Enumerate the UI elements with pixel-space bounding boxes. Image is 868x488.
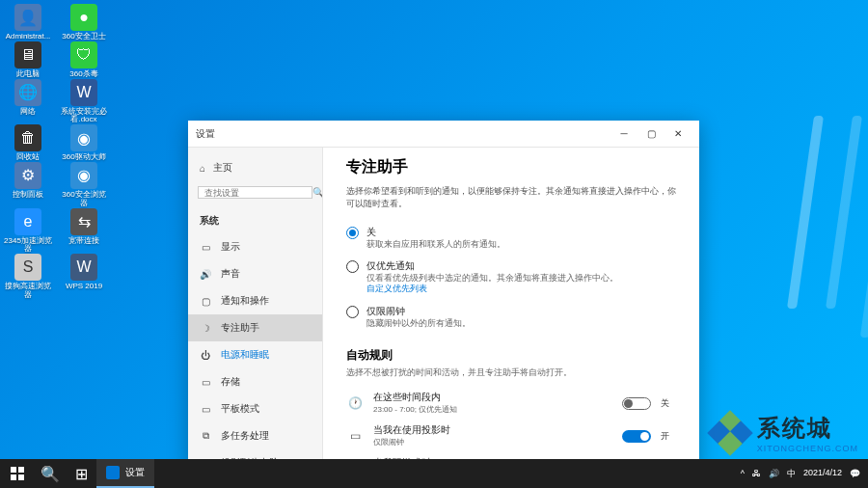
nav-label: 存储 (221, 375, 240, 389)
app-icon: W (70, 254, 97, 281)
rules-desc: 选择不想被打扰的时间和活动，并且专注助手将自动打开。 (346, 367, 676, 379)
app-icon: 🌐 (14, 79, 41, 106)
rule-toggle[interactable] (622, 397, 651, 410)
app-icon: 🗑 (14, 124, 41, 151)
tray-chevron-up-icon[interactable]: ^ (741, 469, 745, 478)
desktop-icon[interactable]: ⚙控制面板 (4, 162, 52, 208)
icon-label: 此电脑 (16, 70, 40, 79)
rules-heading: 自动规则 (346, 347, 676, 364)
search-icon: 🔍 (312, 187, 323, 198)
start-button[interactable] (0, 459, 35, 488)
titlebar: 设置 ─ ▢ ✕ (188, 121, 699, 148)
nav-icon: ▭ (200, 377, 211, 388)
priority-list-link[interactable]: 自定义优先列表 (366, 284, 618, 295)
desktop-icon[interactable]: e2345加速浏览器 (4, 208, 52, 255)
icon-label: 网络 (20, 108, 36, 117)
app-icon: W (70, 79, 97, 106)
app-icon: ◉ (70, 124, 97, 151)
icon-label: 360杀毒 (69, 70, 97, 79)
icon-label: 360安全浏览器 (60, 191, 108, 208)
radio-desc: 仅看看优先级列表中选定的通知。其余通知将直接进入操作中心。 (366, 273, 618, 284)
icon-label: 控制面板 (13, 191, 43, 200)
nav-item[interactable]: ▭显示 (188, 233, 322, 260)
desktop-icon[interactable]: 🖥此电脑 (4, 41, 52, 79)
desktop-icon[interactable]: 🗑回收站 (4, 124, 52, 162)
app-icon: ⚙ (14, 162, 41, 189)
radio-option[interactable]: 仅优先通知仅看看优先级列表中选定的通知。其余通知将直接进入操作中心。自定义优先列… (346, 255, 676, 300)
icon-label: 搜狗高速浏览器 (4, 283, 52, 300)
radio-desc: 隐藏闹钟以外的所有通知。 (366, 318, 471, 329)
radio-option[interactable]: 仅限闹钟隐藏闹钟以外的所有通知。 (346, 300, 676, 334)
rule-icon: ▭ (346, 429, 364, 443)
desktop-icon[interactable]: ⇆宽带连接 (60, 208, 108, 255)
nav-item[interactable]: ⏻电源和睡眠 (188, 341, 322, 368)
settings-window: 设置 ─ ▢ ✕ ⌂ 主页 🔍 系统 ▭显示🔊声音▢通知和操作☽专注助手⏻电源和… (188, 121, 699, 468)
taskbar: 🔍 ⊞ 设置 ^ 🖧 🔊 中 2021/4/12 💬 (0, 459, 868, 488)
focus-mode-radiogroup: 关获取来自应用和联系人的所有通知。仅优先通知仅看看优先级列表中选定的通知。其余通… (346, 221, 676, 334)
system-tray: ^ 🖧 🔊 中 2021/4/12 💬 (733, 468, 868, 480)
app-icon: ◉ (70, 162, 97, 189)
search-input[interactable] (204, 188, 312, 198)
taskbar-search-button[interactable]: 🔍 (35, 459, 66, 488)
icon-label: 2345加速浏览器 (4, 237, 52, 255)
home-link[interactable]: ⌂ 主页 (188, 155, 322, 180)
home-icon: ⌂ (200, 163, 205, 174)
rule-row[interactable]: 🕐 在这些时间段内23:00 - 7:00; 仅优先通知 关 (346, 387, 676, 420)
watermark-logo-icon (711, 414, 749, 452)
nav-icon: ⧉ (200, 430, 211, 442)
nav-icon: ▭ (200, 242, 211, 253)
radio-icon (346, 306, 359, 318)
desktop-icon[interactable]: ●360安全卫士 (60, 4, 108, 41)
section-label: 系统 (188, 204, 322, 233)
tray-volume-icon[interactable]: 🔊 (769, 469, 779, 478)
watermark-url: XITONGCHENG.COM (757, 444, 858, 453)
app-icon: e (14, 208, 41, 235)
maximize-button[interactable]: ▢ (637, 124, 665, 144)
desktop-icon[interactable]: WWPS 2019 (60, 254, 108, 300)
tray-notifications-icon[interactable]: 💬 (850, 469, 860, 478)
svg-rect-2 (11, 474, 16, 480)
app-icon: ⇆ (70, 208, 97, 235)
close-button[interactable]: ✕ (665, 124, 692, 144)
rule-subtitle: 仅限闹钟 (373, 437, 612, 447)
taskbar-app-label: 设置 (125, 466, 145, 479)
app-icon: 🛡 (70, 41, 97, 68)
rule-row[interactable]: ▭ 当我在使用投影时仅限闹钟 开 (346, 420, 676, 452)
nav-item[interactable]: ⧉多任务处理 (188, 422, 322, 449)
icon-label: 360驱动大师 (62, 153, 105, 162)
nav-label: 通知和操作 (221, 294, 269, 308)
tray-network-icon[interactable]: 🖧 (752, 469, 761, 478)
desktop-icon[interactable]: 🛡360杀毒 (60, 41, 108, 79)
nav-icon: ⏻ (200, 350, 211, 361)
rule-subtitle: 23:00 - 7:00; 仅优先通知 (373, 404, 612, 415)
page-heading: 专注助手 (346, 157, 676, 177)
nav-item[interactable]: 🔊声音 (188, 260, 322, 287)
desktop-icon[interactable]: 🌐网络 (4, 79, 52, 125)
radio-label: 关 (366, 226, 505, 239)
desktop-icon[interactable]: W系统安装完必看.docx (60, 79, 108, 125)
task-view-button[interactable]: ⊞ (66, 459, 96, 488)
nav-item[interactable]: ☽专注助手 (188, 314, 322, 341)
minimize-button[interactable]: ─ (610, 124, 637, 144)
radio-icon (346, 260, 359, 273)
desktop-icon[interactable]: 👤Administrat... (4, 4, 52, 41)
nav-item[interactable]: ▭平板模式 (188, 395, 322, 422)
search-box[interactable]: 🔍 (198, 186, 312, 199)
tray-ime[interactable]: 中 (787, 468, 796, 480)
tray-clock[interactable]: 2021/4/12 (803, 469, 842, 478)
nav-label: 电源和睡眠 (221, 348, 269, 362)
radio-option[interactable]: 关获取来自应用和联系人的所有通知。 (346, 221, 676, 255)
settings-sidebar: ⌂ 主页 🔍 系统 ▭显示🔊声音▢通知和操作☽专注助手⏻电源和睡眠▭存储▭平板模… (188, 148, 323, 468)
rule-toggle[interactable] (622, 430, 651, 443)
desktop-icon[interactable]: ◉360安全浏览器 (60, 162, 108, 208)
desktop-icons: 👤Administrat...●360安全卫士🖥此电脑🛡360杀毒🌐网络W系统安… (4, 4, 108, 300)
icon-label: Administrat... (6, 33, 51, 41)
nav-item[interactable]: ▢通知和操作 (188, 287, 322, 314)
desktop-icon[interactable]: S搜狗高速浏览器 (4, 254, 52, 300)
content-pane: 专注助手 选择你希望看到和听到的通知，以便能够保持专注。其余通知将直接进入操作中… (323, 148, 699, 468)
nav-icon: ▭ (200, 404, 211, 415)
nav-item[interactable]: ▭存储 (188, 368, 322, 395)
taskbar-app-settings[interactable]: 设置 (96, 459, 154, 488)
desktop-icon[interactable]: ◉360驱动大师 (60, 124, 108, 162)
icon-label: 360安全卫士 (62, 33, 105, 41)
